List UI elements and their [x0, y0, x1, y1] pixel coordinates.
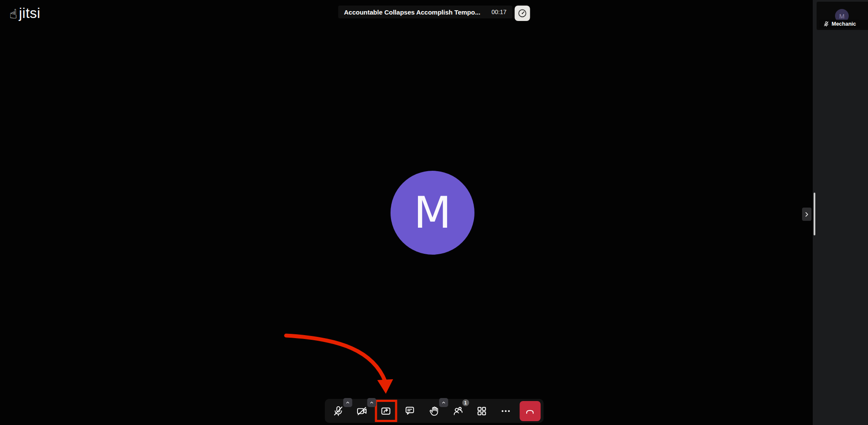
jitsi-logo[interactable]: ☝ jitsi	[9, 5, 40, 21]
camera-options-arrow[interactable]	[367, 398, 376, 407]
share-screen-button[interactable]	[376, 401, 396, 421]
speedometer-icon	[517, 8, 528, 18]
conference-subject: Accountable Collapses Accomplish Tempo..…	[344, 9, 480, 16]
stage-participant-avatar: M	[391, 171, 474, 255]
jitsi-hand-icon: ☝	[9, 8, 17, 21]
filmstrip-panel: M Mechanic	[813, 0, 868, 425]
tile-view-icon	[476, 405, 488, 417]
performance-settings-button[interactable]	[515, 6, 530, 21]
mic-muted-icon	[332, 405, 344, 417]
conference-subject-pill: Accountable Collapses Accomplish Tempo..…	[338, 6, 512, 18]
jitsi-logo-text: jitsi	[19, 5, 40, 21]
raise-hand-options-arrow[interactable]	[439, 398, 448, 407]
annotation-arrow	[278, 329, 398, 399]
filmstrip-scrollbar[interactable]	[814, 193, 815, 235]
participant-tile[interactable]: M Mechanic	[817, 2, 868, 30]
camera-button[interactable]	[352, 401, 372, 421]
participants-button[interactable]: 1	[447, 401, 468, 421]
raise-hand-icon	[428, 405, 440, 417]
participant-name-pill: Mechanic	[819, 20, 860, 28]
hangup-button[interactable]	[519, 401, 540, 421]
mic-muted-icon	[823, 21, 829, 27]
participants-count-badge: 1	[462, 399, 469, 406]
more-dots-icon	[500, 405, 512, 417]
chat-icon	[404, 405, 416, 417]
participant-name: Mechanic	[832, 21, 856, 27]
more-options-button[interactable]	[495, 401, 516, 421]
camera-off-icon	[356, 405, 368, 417]
share-screen-icon	[380, 405, 392, 417]
toolbar: 1	[325, 399, 543, 423]
tile-avatar-initial: M	[839, 12, 845, 20]
hangup-icon	[524, 406, 536, 416]
raise-hand-button[interactable]	[424, 401, 444, 421]
filmstrip-toggle-button[interactable]	[802, 208, 811, 221]
stage-avatar-initial: M	[414, 191, 451, 235]
mute-microphone-button[interactable]	[328, 401, 348, 421]
tile-view-button[interactable]	[471, 401, 492, 421]
microphone-options-arrow[interactable]	[343, 398, 352, 407]
conference-timer: 00:17	[492, 9, 507, 15]
chevron-right-icon	[803, 211, 810, 218]
participants-icon	[452, 405, 464, 417]
conference-info-bar: Accountable Collapses Accomplish Tempo..…	[338, 6, 530, 21]
chat-button[interactable]	[400, 401, 420, 421]
